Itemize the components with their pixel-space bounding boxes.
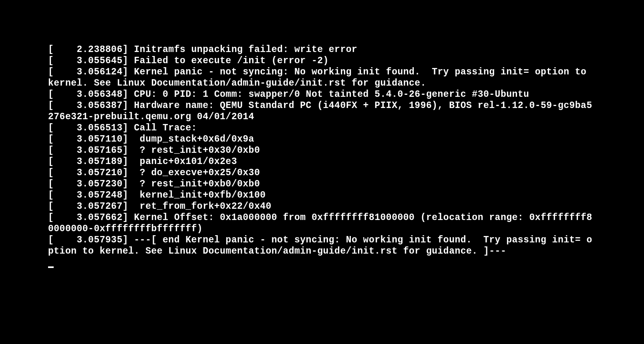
console-line: [ 3.056124] Kernel panic - not syncing: … [48, 67, 592, 88]
console-line: [ 3.055645] Failed to execute /init (err… [48, 56, 329, 66]
console-line: [ 3.057267] ret_from_fork+0x22/0x40 [48, 201, 272, 212]
console-line: [ 3.056513] Call Trace: [48, 123, 197, 133]
console-line: [ 2.238806] Initramfs unpacking failed: … [48, 44, 357, 55]
kernel-console: [ 2.238806] Initramfs unpacking failed: … [0, 0, 644, 268]
console-line: [ 3.057230] ? rest_init+0xb0/0xb0 [48, 179, 260, 189]
console-line: [ 3.057248] kernel_init+0xfb/0x100 [48, 190, 266, 200]
console-line: [ 3.057935] ---[ end Kernel panic - not … [48, 235, 592, 256]
cursor-icon [48, 266, 54, 268]
console-line: [ 3.056348] CPU: 0 PID: 1 Comm: swapper/… [48, 89, 529, 100]
console-line: [ 3.056387] Hardware name: QEMU Standard… [48, 100, 592, 122]
console-line: [ 3.057165] ? rest_init+0x30/0xb0 [48, 145, 260, 156]
console-line: [ 3.057662] Kernel Offset: 0x1a000000 fr… [48, 212, 592, 234]
console-line: [ 3.057210] ? do_execve+0x25/0x30 [48, 168, 260, 178]
console-line: [ 3.057189] panic+0x101/0x2e3 [48, 156, 237, 167]
console-line: [ 3.057110] dump_stack+0x6d/0x9a [48, 134, 254, 144]
